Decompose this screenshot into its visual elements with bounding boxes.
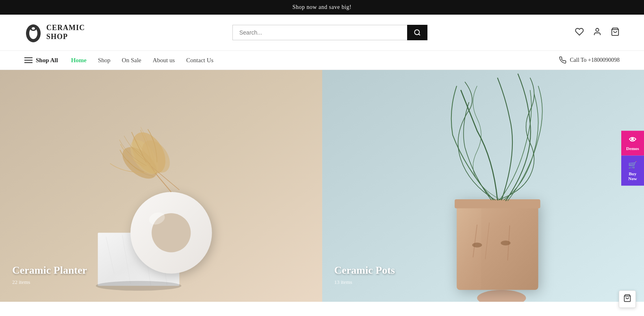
- nav-item-about[interactable]: About us: [153, 57, 175, 64]
- nav-item-shop[interactable]: Shop: [98, 57, 111, 64]
- product-label-pots: Ceramic Pots 13 items: [334, 264, 395, 285]
- hero-item-planter[interactable]: Ceramic Planter 22 items: [0, 70, 322, 302]
- eye-icon: 👁: [625, 135, 640, 144]
- header: CERAMIC SHOP: [0, 15, 644, 51]
- banner-text: Shop now and save big!: [293, 4, 352, 10]
- product-label-planter: Ceramic Planter 22 items: [12, 264, 87, 285]
- buy-now-label: Buy Now: [628, 171, 637, 181]
- svg-point-32: [472, 242, 482, 247]
- shop-all-label: Shop All: [36, 57, 58, 64]
- phone-text: Call To +1800090098: [570, 57, 620, 63]
- cart-icon[interactable]: [611, 27, 620, 38]
- buy-now-button[interactable]: 🛒 Buy Now: [621, 155, 644, 185]
- user-icon[interactable]: [593, 27, 602, 38]
- navigation: Shop All Home Shop On Sale About us Cont…: [0, 51, 644, 70]
- wishlist-icon[interactable]: [575, 27, 584, 38]
- nav-links: Home Shop On Sale About us Contact Us: [71, 57, 214, 64]
- logo-text: CERAMIC SHOP: [46, 24, 85, 41]
- svg-line-5: [418, 34, 420, 35]
- cart-side-icon: 🛒: [625, 160, 640, 169]
- phone-icon: [559, 57, 566, 64]
- hero-item-pots[interactable]: Ceramic Pots 13 items: [322, 70, 644, 302]
- nav-item-home[interactable]: Home: [71, 57, 87, 64]
- svg-point-6: [596, 28, 598, 31]
- svg-point-33: [501, 240, 510, 245]
- nav-item-onsale[interactable]: On Sale: [122, 57, 141, 64]
- logo-icon: [24, 22, 42, 43]
- header-icons: [575, 27, 620, 38]
- svg-point-3: [32, 27, 35, 30]
- product-count-pots: 13 items: [334, 279, 395, 285]
- nav-left: Shop All Home Shop On Sale About us Cont…: [24, 57, 213, 64]
- nav-link-onsale[interactable]: On Sale: [122, 57, 141, 63]
- demos-button[interactable]: 👁 Demos: [621, 131, 644, 155]
- svg-point-4: [414, 30, 419, 35]
- nav-link-contact[interactable]: Contact Us: [186, 57, 213, 63]
- search-button[interactable]: [407, 25, 427, 40]
- logo[interactable]: CERAMIC SHOP: [24, 22, 85, 43]
- search-icon: [414, 29, 421, 36]
- svg-point-14: [96, 281, 182, 291]
- bottom-cart-button[interactable]: [619, 290, 636, 302]
- svg-rect-28: [455, 199, 540, 208]
- hero-grid: Ceramic Planter 22 items: [0, 70, 644, 302]
- search-input[interactable]: [232, 25, 407, 40]
- nav-item-contact[interactable]: Contact Us: [186, 57, 213, 64]
- nav-link-about[interactable]: About us: [153, 57, 175, 63]
- product-title-planter: Ceramic Planter: [12, 264, 87, 277]
- product-count-planter: 22 items: [12, 279, 87, 285]
- search-area: [232, 25, 427, 40]
- shop-all-button[interactable]: Shop All: [24, 57, 58, 64]
- demos-label: Demos: [626, 146, 639, 150]
- top-banner: Shop now and save big!: [0, 0, 644, 15]
- side-buttons: 👁 Demos 🛒 Buy Now: [621, 131, 644, 185]
- product-title-pots: Ceramic Pots: [334, 264, 395, 277]
- hamburger-icon: [24, 57, 33, 63]
- nav-link-home[interactable]: Home: [71, 57, 87, 63]
- bottom-cart-icon: [623, 294, 631, 302]
- phone-area[interactable]: Call To +1800090098: [559, 57, 620, 64]
- nav-link-shop[interactable]: Shop: [98, 57, 111, 63]
